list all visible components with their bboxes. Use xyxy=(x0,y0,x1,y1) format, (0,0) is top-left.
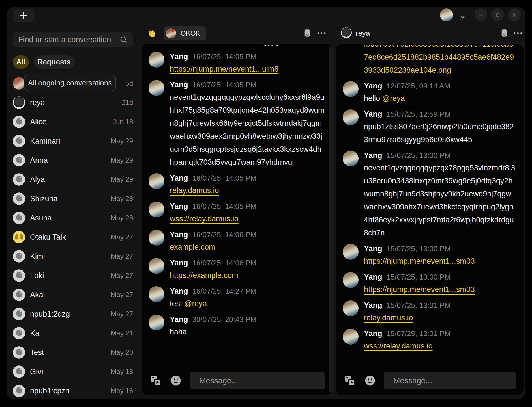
conversation-name: Alya xyxy=(30,175,45,184)
conversation-item-alya[interactable]: AlyaMay 29 xyxy=(13,170,133,189)
conversation-item-otaku-talk[interactable]: Otaku TalkMay 27 xyxy=(13,228,133,247)
conversation-item-anna[interactable]: AnnaMay 29 xyxy=(13,151,133,170)
message: Yang16/07/25, 14:05 PMhttps://njump.me/n… xyxy=(149,51,325,75)
sender-name[interactable]: Yang xyxy=(170,174,188,183)
conversation-item-test[interactable]: TestMay 20 xyxy=(13,343,133,362)
yang-avatar[interactable] xyxy=(343,151,359,166)
message-input[interactable]: Message... xyxy=(190,372,325,389)
conversation-item-kaminari[interactable]: KaminariMay 29 xyxy=(13,131,133,151)
note-icon[interactable] xyxy=(500,29,509,38)
media-attach-icon[interactable] xyxy=(150,375,162,386)
emoji-icon[interactable] xyxy=(170,375,182,386)
sender-name[interactable]: Yang xyxy=(364,151,382,160)
sender-name[interactable]: Yang xyxy=(170,81,188,89)
message-placeholder: Message... xyxy=(393,376,432,385)
conversation-time: May 21 xyxy=(111,329,133,337)
tab-all-label: All xyxy=(16,58,25,66)
yang-avatar[interactable] xyxy=(343,329,359,345)
more-icon[interactable]: ••• xyxy=(316,29,328,38)
emoji-icon[interactable] xyxy=(364,375,376,386)
user-avatar[interactable] xyxy=(440,8,453,21)
mention[interactable]: @reya xyxy=(382,94,405,103)
message-timestamp: 16/07/25, 14:06 PM xyxy=(192,230,257,239)
message-link[interactable]: https://example.com xyxy=(170,271,238,280)
yang-avatar[interactable] xyxy=(343,109,359,125)
mention[interactable]: @reya xyxy=(184,299,207,308)
maximize-button[interactable] xyxy=(491,8,504,21)
sender-name[interactable]: Yang xyxy=(364,301,382,310)
sender-name[interactable]: Yang xyxy=(364,329,382,338)
conversation-item-reya[interactable]: reya21d xyxy=(13,93,133,112)
sender-name[interactable]: Yang xyxy=(364,273,382,282)
sender-name[interactable]: Yang xyxy=(170,230,188,239)
message-link[interactable]: relay.damus.io xyxy=(364,313,413,322)
note-icon[interactable] xyxy=(303,29,312,38)
close-button[interactable] xyxy=(508,8,521,21)
yang-avatar[interactable] xyxy=(149,230,164,246)
more-icon[interactable]: ••• xyxy=(513,29,524,38)
conversation-item-loki[interactable]: LokiMay 27 xyxy=(13,266,133,285)
yang-avatar[interactable] xyxy=(149,286,164,302)
message-link[interactable]: f8dd769e762fc83393d6f13388/7e7119fc6b07e… xyxy=(364,45,514,74)
conversation-item-alice[interactable]: AliceJun 18 xyxy=(13,112,133,131)
sender-name[interactable]: Yang xyxy=(170,287,188,296)
message-link[interactable]: wss://relay.damus.io xyxy=(170,215,239,223)
sender-name[interactable]: Yang xyxy=(364,244,382,253)
default-avatar xyxy=(13,385,25,397)
conversation-item-asuna[interactable]: AsunaMay 28 xyxy=(13,208,133,228)
yang-avatar[interactable] xyxy=(149,315,164,330)
search-input[interactable]: Find or start a conversation xyxy=(13,32,133,47)
sender-name[interactable]: Yang xyxy=(170,52,188,61)
message-link[interactable]: wss://relay.damus.io xyxy=(364,342,433,350)
new-conversation-button[interactable] xyxy=(13,9,34,22)
sender-name[interactable]: Yang xyxy=(364,82,382,90)
tab-requests[interactable]: Requests xyxy=(33,55,75,69)
conversation-time: May 29 xyxy=(111,137,133,145)
message-link[interactable]: https://njump.me/nevent1...ulm8 xyxy=(170,65,278,73)
yang-avatar[interactable] xyxy=(343,81,359,97)
chat-header-okok[interactable]: OKOK xyxy=(164,26,206,40)
scrollbar[interactable] xyxy=(329,47,333,392)
message-input[interactable]: Message... xyxy=(384,372,516,389)
yang-avatar[interactable] xyxy=(149,80,164,96)
sender-name[interactable]: Yang xyxy=(170,202,188,211)
message-link[interactable]: https://njump.me/nevent1...sm03 xyxy=(364,285,475,294)
girl-avatar xyxy=(13,77,25,90)
sender-name[interactable]: Yang xyxy=(364,110,382,119)
yang-avatar[interactable] xyxy=(149,173,164,189)
conversation-item-ka[interactable]: KaMay 21 xyxy=(13,324,133,343)
sender-name[interactable]: Yang xyxy=(170,315,188,324)
message-text: https://njump.me/nevent1...ulm8 xyxy=(170,62,325,75)
message-timestamp: 30/07/25, 20:43 PM xyxy=(192,315,257,324)
conversation-name: Kimi xyxy=(30,252,45,261)
message-timestamp: 15/07/25, 13:01 PM xyxy=(387,301,451,310)
conversation-item-akai[interactable]: AkaiMay 27 xyxy=(13,285,133,304)
message-text-part: nevent1qvzqqqqqqypzqx78pgq53vlnzmdr8l3u3… xyxy=(364,164,515,237)
tab-all[interactable]: All xyxy=(13,55,29,69)
yang-avatar[interactable] xyxy=(343,244,359,260)
conversation-item-shizuna[interactable]: ShizunaMay 28 xyxy=(13,189,133,208)
conversation-time: May 27 xyxy=(111,310,133,318)
message-link[interactable]: https://njump.me/nevent1...sm03 xyxy=(364,257,475,265)
message-link[interactable]: relay.damus.io xyxy=(170,186,219,195)
message-link[interactable]: example.com xyxy=(170,243,215,251)
conversation-time: Jun 18 xyxy=(113,118,133,126)
reya-avatar[interactable] xyxy=(341,27,352,38)
conversation-item-givi[interactable]: GiviMay 18 xyxy=(13,362,133,381)
chevron-down-icon[interactable] xyxy=(459,13,466,20)
yang-avatar[interactable] xyxy=(149,258,164,274)
minimize-button[interactable] xyxy=(475,8,487,21)
yang-avatar[interactable] xyxy=(343,300,359,316)
yang-avatar[interactable] xyxy=(343,272,359,288)
yang-avatar[interactable] xyxy=(149,202,164,217)
conversation-item-npub1-cpzn[interactable]: npub1:cpznMay 16 xyxy=(13,381,133,399)
conversation-item-kimi[interactable]: KimiMay 27 xyxy=(13,247,133,266)
sender-name[interactable]: Yang xyxy=(170,259,188,267)
media-attach-icon[interactable] xyxy=(344,375,356,386)
yang-avatar[interactable] xyxy=(149,52,164,68)
conversation-item-npub1-2dzg[interactable]: npub1:2dzgMay 27 xyxy=(13,304,133,324)
conversation-name: Shizuna xyxy=(30,194,58,203)
conversation-name: npub1:2dzg xyxy=(30,310,70,319)
app-window: Find or start a conversation All Request… xyxy=(7,7,525,399)
conversation-name: Alice xyxy=(30,118,47,126)
